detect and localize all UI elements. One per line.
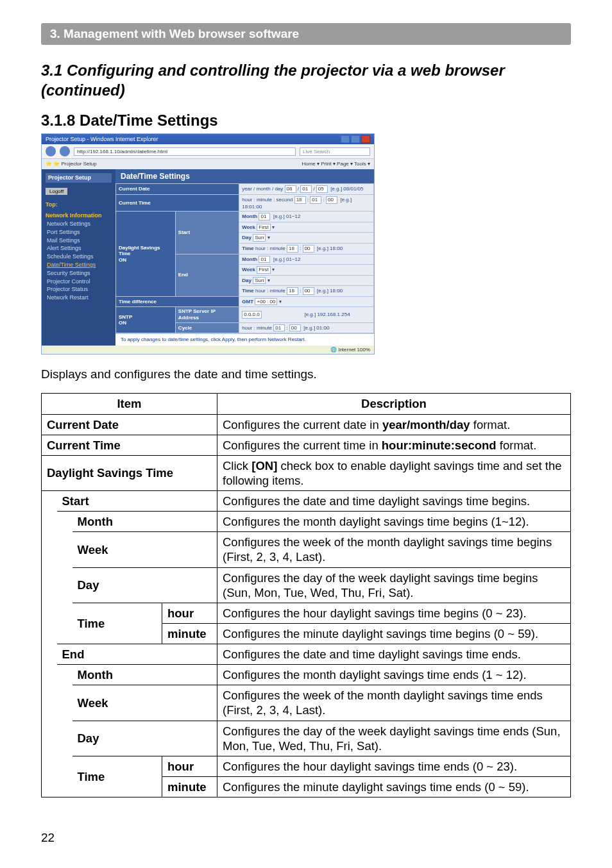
page-number: 22 (41, 831, 55, 845)
current-time-label: Current Time (116, 194, 239, 211)
address-bar[interactable]: http://192.168.1.10/admin/datetime.html (74, 147, 296, 156)
row-end-month-item: Month (72, 665, 217, 685)
description-table: Item Description Current Date Configures… (41, 393, 571, 797)
sidebar: Projector Setup Logoff Top: Network Info… (42, 169, 115, 346)
row-end-item: End (57, 644, 217, 665)
row-end-time-hour-desc: Configures the hour daylight savings tim… (217, 756, 571, 776)
current-time-value[interactable]: hour : minute : second 18 : 01 : 00 [e.g… (239, 194, 374, 211)
timediff-label: Time difference (116, 296, 239, 307)
row-end-day-item: Day (72, 721, 217, 756)
row-start-time-item: Time (72, 603, 162, 644)
row-dst-item: Daylight Savings Time (42, 455, 217, 490)
main-panel: Date/Time Settings Current Date year / m… (115, 169, 374, 346)
sidebar-item-datetime-settings[interactable]: Date/Time Settings (47, 262, 112, 269)
section-title: 3.1 Configuring and controlling the proj… (41, 60, 571, 100)
search-box[interactable]: Live Search (300, 147, 370, 156)
sidebar-item-network-restart[interactable]: Network Restart (47, 294, 112, 301)
sidebar-top-label: Top: (46, 201, 112, 208)
settings-screenshot: Projector Setup - Windows Internet Explo… (41, 133, 375, 355)
sidebar-item-network-settings[interactable]: Network Settings (47, 221, 112, 228)
dst-label: Daylight Savings TimeON (116, 212, 176, 297)
row-current-time-desc: Configures the current time in hour:minu… (217, 435, 571, 455)
row-start-day-desc: Configures the day of the week daylight … (217, 567, 571, 603)
row-start-time-hour-desc: Configures the hour daylight savings tim… (217, 603, 571, 623)
forward-icon[interactable] (60, 146, 70, 156)
sidebar-item-projector-control[interactable]: Projector Control (47, 278, 112, 285)
browser-tab[interactable]: ⭐ ⭐ Projector Setup (46, 161, 97, 167)
row-start-time-hour: hour (162, 603, 217, 623)
row-current-time-item: Current Time (42, 435, 217, 455)
sidebar-item-port-settings[interactable]: Port Settings (47, 229, 112, 236)
sidebar-item-security-settings[interactable]: Security Settings (47, 270, 112, 277)
row-end-time-item: Time (72, 756, 162, 797)
settings-form-table: Current Date year / month / day 08 / 01 … (115, 183, 374, 333)
row-start-month-desc: Configures the month daylight savings ti… (217, 512, 571, 532)
row-end-week-item: Week (72, 685, 217, 721)
logoff-button[interactable]: Logoff (46, 188, 67, 196)
timediff-value[interactable]: GMT +00 : 00 ▾ (239, 296, 374, 307)
sidebar-item-projector-status[interactable]: Projector Status (47, 286, 112, 293)
dst-start-time[interactable]: Time hour : minute 18 : 00 [e.g.] 18:00 (239, 243, 374, 254)
dst-end-label: End (175, 254, 239, 296)
row-end-week-desc: Configures the week of the month dayligh… (217, 685, 571, 721)
dst-start-day[interactable]: Day Sun ▾ (239, 233, 374, 244)
sntp-cycle-value[interactable]: hour : minute 01 : 00 [e.g.] 01:00 (239, 322, 374, 333)
sntp-server-label: SNTP Server IP Address (175, 307, 239, 322)
status-internet: 🌐 Internet 100% (330, 347, 370, 353)
dst-end-time[interactable]: Time hour : minute 18 : 00 [e.g.] 18:00 (239, 286, 374, 297)
sntp-label: SNTPON (116, 307, 176, 333)
row-start-week-item: Week (72, 532, 217, 567)
row-end-time-hour: hour (162, 756, 217, 776)
dst-start-label: Start (175, 212, 239, 254)
sidebar-item-mail-settings[interactable]: Mail Settings (47, 237, 112, 244)
row-start-desc: Configures the date and time daylight sa… (217, 491, 571, 512)
sidebar-item-alert-settings[interactable]: Alert Settings (47, 245, 112, 252)
dst-end-week[interactable]: Week First ▾ (239, 265, 374, 276)
window-title: Projector Setup - Windows Internet Explo… (46, 136, 158, 143)
row-start-time-minute-desc: Configures the minute daylight savings t… (217, 623, 571, 644)
row-start-time-minute: minute (162, 623, 217, 644)
dst-start-month[interactable]: Month 01 [e.g.] 01~12 (239, 212, 374, 222)
row-end-desc: Configures the date and time daylight sa… (217, 644, 571, 665)
sidebar-network-info[interactable]: Network Information (46, 212, 112, 219)
sidebar-item-schedule-settings[interactable]: Schedule Settings (47, 253, 112, 260)
intro-text: Displays and configures the date and tim… (41, 367, 571, 381)
apply-note: To apply changes to date/time settings, … (115, 333, 374, 346)
window-controls (341, 135, 370, 143)
sntp-server-value[interactable]: 0.0.0.0 [e.g.] 192.168.1.254 (239, 307, 374, 322)
row-current-date-desc: Configures the current date in year/mont… (217, 414, 571, 435)
row-start-month-item: Month (72, 512, 217, 532)
row-dst-desc: Click [ON] check box to enable daylight … (217, 455, 571, 490)
dst-end-day[interactable]: Day Sun ▾ (239, 275, 374, 286)
row-end-day-desc: Configures the day of the week daylight … (217, 721, 571, 756)
row-start-week-desc: Configures the week of the month dayligh… (217, 532, 571, 567)
current-date-value[interactable]: year / month / day 08 / 01 / 05 [e.g.] 0… (239, 184, 374, 195)
row-start-item: Start (57, 491, 217, 512)
dst-end-month[interactable]: Month 01 [e.g.] 01~12 (239, 254, 374, 265)
sidebar-header: Projector Setup (46, 173, 112, 183)
subsection-title: 3.1.8 Date/Time Settings (41, 112, 571, 129)
current-date-label: Current Date (116, 184, 239, 195)
browser-toolbar[interactable]: Home ▾ Print ▾ Page ▾ Tools ▾ (302, 161, 370, 167)
row-start-day-item: Day (72, 567, 217, 603)
th-item: Item (42, 394, 217, 414)
main-header: Date/Time Settings (115, 169, 374, 183)
row-current-date-item: Current Date (42, 414, 217, 435)
th-description: Description (217, 394, 571, 414)
back-icon[interactable] (46, 146, 56, 156)
row-end-month-desc: Configures the month daylight savings ti… (217, 665, 571, 685)
chapter-bar: 3. Management with Web browser software (41, 23, 571, 45)
row-end-time-minute-desc: Configures the minute daylight savings t… (217, 776, 571, 797)
dst-start-week[interactable]: Week First ▾ (239, 222, 374, 233)
sntp-cycle-label: Cycle (175, 322, 239, 333)
row-end-time-minute: minute (162, 776, 217, 797)
